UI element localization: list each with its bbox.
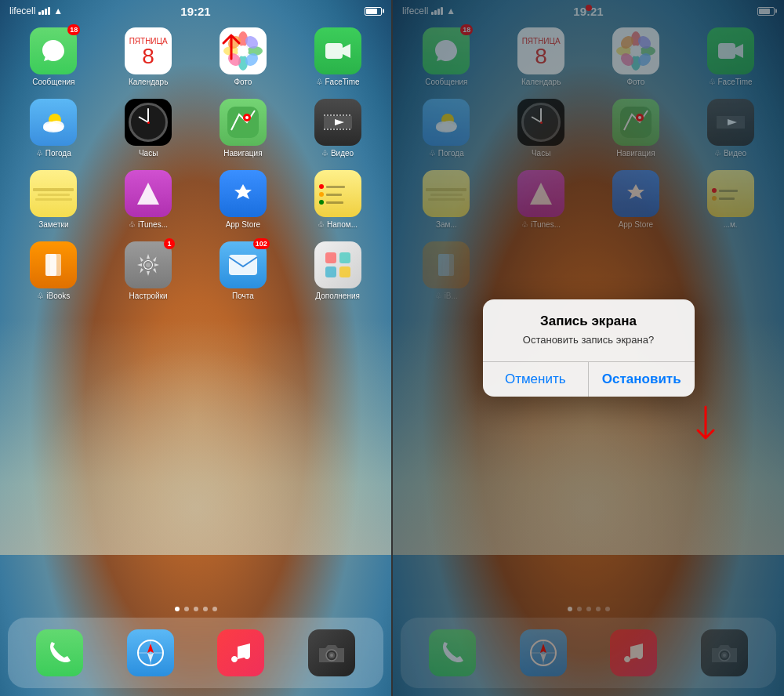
app-settings-icon (125, 241, 172, 288)
app-maps-icon (220, 99, 267, 146)
svg-point-15 (43, 123, 64, 132)
app-reminders-icon (314, 170, 361, 217)
app-appstore-label: App Store (226, 220, 260, 229)
app-notes-icon (30, 170, 77, 217)
clock-face (129, 103, 168, 142)
app-maps-label: Навигация (223, 149, 262, 158)
svg-rect-32 (50, 254, 61, 276)
left-status-right (258, 7, 382, 16)
dock-safari-icon (127, 629, 174, 676)
dialog-title: Запись экрана (495, 314, 682, 329)
app-facetime[interactable]: ♧ FaceTime (293, 27, 382, 86)
left-signal (38, 7, 50, 15)
app-appstore-icon (220, 170, 267, 217)
app-notes-wrap (30, 170, 77, 217)
app-reminders-label: ♧ Напом... (318, 220, 358, 229)
app-itunes-label: ♧ iTunes... (129, 220, 168, 229)
app-weather[interactable]: ♧ Погода (9, 99, 98, 158)
left-carrier: lifecell (9, 5, 35, 16)
svg-rect-40 (339, 266, 350, 277)
app-itunes-icon (125, 170, 172, 217)
app-extras[interactable]: Дополнения (293, 241, 382, 300)
signal-bar-4 (48, 7, 50, 15)
app-clock-label: Часы (139, 149, 158, 158)
svg-point-18 (245, 116, 249, 119)
app-maps[interactable]: Навигация (199, 99, 288, 158)
signal-bar-1 (38, 12, 41, 15)
dot-1 (175, 607, 180, 611)
app-appstore[interactable]: App Store (199, 170, 288, 229)
app-itunes[interactable]: ♧ iTunes... (104, 170, 193, 229)
dock-phone[interactable] (36, 629, 83, 676)
app-clock[interactable]: Часы (104, 99, 193, 158)
app-weather-label: ♧ Погода (36, 149, 71, 158)
app-messages[interactable]: 18 Сообщения (9, 27, 98, 86)
app-clock-icon (125, 99, 172, 146)
app-settings-label: Настройки (129, 292, 168, 300)
dock-camera[interactable] (308, 629, 355, 676)
app-messages-wrap: 18 (30, 27, 77, 74)
left-time: 19:21 (133, 5, 257, 18)
app-weather-icon (30, 99, 77, 146)
dialog-content: Запись экрана Остановить запись экрана? (483, 299, 695, 352)
app-appstore-wrap (220, 170, 267, 217)
dialog-stop-button[interactable]: Остановить (589, 362, 695, 397)
app-ibooks-wrap (30, 241, 77, 288)
app-messages-label: Сообщения (32, 78, 74, 86)
dialog-cancel-button[interactable]: Отменить (483, 362, 590, 397)
left-status-bar: lifecell ▲ 19:21 (0, 0, 391, 22)
left-status-left: lifecell ▲ (9, 5, 133, 16)
left-apps-grid: 18 Сообщения Пятница 8 Календарь (9, 27, 382, 300)
app-mail-wrap: 102 (220, 241, 267, 288)
app-reminders-wrap (314, 170, 361, 217)
dock-phone-icon (36, 629, 83, 676)
svg-point-9 (238, 45, 249, 56)
right-phone-screen: lifecell ▲ 19:21 (393, 0, 784, 696)
app-settings[interactable]: 1 Настройки (104, 241, 193, 300)
left-phone-screen: lifecell ▲ 19:21 18 Сооб (0, 0, 391, 696)
svg-rect-38 (339, 252, 350, 263)
svg-rect-37 (325, 252, 336, 263)
app-photos-wrap (220, 27, 267, 74)
signal-bar-2 (42, 10, 44, 15)
dot-4 (203, 607, 208, 611)
app-video[interactable]: ♧ Видео (293, 99, 382, 158)
dock-music[interactable] (217, 629, 264, 676)
mail-badge: 102 (253, 238, 270, 249)
svg-point-48 (330, 654, 333, 657)
app-photos-label: Фото (234, 78, 252, 86)
signal-bar-3 (45, 9, 47, 15)
app-facetime-label: ♧ FaceTime (316, 78, 360, 86)
svg-marker-30 (137, 183, 159, 205)
svg-rect-10 (325, 43, 343, 59)
app-calendar[interactable]: Пятница 8 Календарь (104, 27, 193, 86)
app-extras-wrap (314, 241, 361, 288)
dialog-buttons: Отменить Остановить (483, 361, 695, 397)
app-video-label: ♧ Видео (321, 149, 354, 158)
app-weather-wrap (30, 99, 77, 146)
app-notes[interactable]: Заметки (9, 170, 98, 229)
dock-camera-icon (308, 629, 355, 676)
app-photos[interactable]: Фото (199, 27, 288, 86)
messages-badge: 18 (67, 24, 80, 35)
app-reminders[interactable]: ♧ Напом... (293, 170, 382, 229)
app-video-wrap (314, 99, 361, 146)
left-battery-icon (365, 7, 382, 16)
left-dock (8, 618, 383, 688)
app-calendar-icon: Пятница 8 (125, 27, 172, 74)
minute-hand (147, 108, 149, 122)
settings-badge: 1 (164, 238, 175, 249)
app-video-icon (314, 99, 361, 146)
dock-music-icon (217, 629, 264, 676)
app-mail[interactable]: 102 Почта (199, 241, 288, 300)
screen-record-dialog: Запись экрана Остановить запись экрана? … (483, 299, 695, 397)
app-photos-icon (220, 27, 267, 74)
svg-point-35 (146, 263, 151, 267)
app-ibooks[interactable]: ♧ iBooks (9, 241, 98, 300)
dock-safari[interactable] (127, 629, 174, 676)
app-itunes-wrap (125, 170, 172, 217)
dot-3 (194, 607, 198, 611)
app-mail-label: Почта (232, 292, 254, 300)
app-maps-wrap (220, 99, 267, 146)
app-notes-label: Заметки (38, 220, 68, 229)
